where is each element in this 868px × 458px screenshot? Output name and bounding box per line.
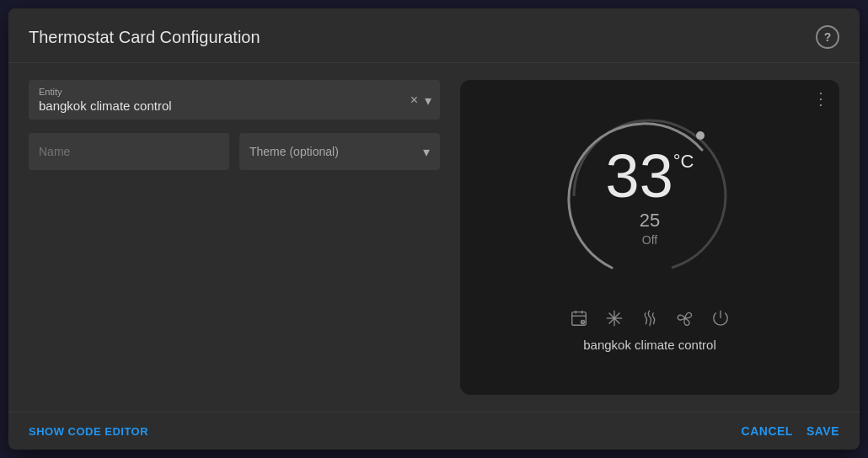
dial-center: 33 °C 25 Off (606, 146, 694, 247)
card-name: bangkok climate control (583, 338, 716, 352)
dialog-header: Thermostat Card Configuration ? (8, 8, 860, 63)
temperature-display: 33 °C (606, 146, 694, 206)
svg-point-12 (613, 317, 616, 320)
thermostat-card-preview: ⋮ 33 °C (460, 80, 839, 395)
temperature-unit: °C (673, 152, 694, 171)
theme-dropdown-button[interactable]: ▾ (423, 144, 430, 160)
temperature-value: 33 (606, 146, 673, 206)
save-button[interactable]: SAVE (806, 424, 839, 438)
entity-value: bangkok climate control (39, 99, 430, 113)
entity-field-actions: × ▾ (410, 92, 431, 108)
show-code-editor-button[interactable]: SHOW CODE EDITOR (29, 425, 148, 438)
thermostat-card: ⋮ 33 °C (460, 80, 839, 395)
dialog-body: Entity bangkok climate control × ▾ Theme… (8, 63, 860, 412)
mode-text: Off (642, 233, 657, 247)
entity-dropdown-button[interactable]: ▾ (425, 92, 431, 108)
theme-label: Theme (optional) (249, 145, 339, 158)
entity-field[interactable]: Entity bangkok climate control × ▾ (29, 80, 440, 120)
dialog-footer: SHOW CODE EDITOR CANCEL SAVE (8, 412, 860, 450)
name-theme-row: Theme (optional) ▾ (29, 133, 440, 170)
power-button[interactable] (711, 309, 730, 328)
cool-button[interactable] (605, 309, 624, 328)
help-button[interactable]: ? (816, 25, 839, 49)
theme-field[interactable]: Theme (optional) ▾ (239, 133, 440, 170)
entity-clear-button[interactable]: × (410, 93, 418, 108)
entity-label: Entity (39, 87, 430, 97)
left-panel: Entity bangkok climate control × ▾ Theme… (29, 80, 440, 395)
dialog-title: Thermostat Card Configuration (29, 28, 260, 47)
cancel-button[interactable]: CANCEL (742, 424, 793, 438)
svg-point-0 (696, 131, 705, 140)
thermostat-controls (570, 309, 730, 328)
thermostat-dial: 33 °C 25 Off (557, 104, 742, 289)
heat-button[interactable] (640, 309, 659, 328)
schedule-button[interactable] (570, 309, 588, 328)
fan-button[interactable] (676, 309, 694, 328)
set-temperature: 25 (640, 210, 660, 232)
name-input[interactable] (29, 133, 229, 170)
card-menu-button[interactable]: ⋮ (812, 90, 829, 107)
svg-point-13 (683, 317, 687, 320)
thermostat-config-dialog: Thermostat Card Configuration ? Entity b… (8, 8, 860, 450)
svg-point-5 (581, 320, 586, 325)
footer-actions: CANCEL SAVE (742, 424, 839, 438)
